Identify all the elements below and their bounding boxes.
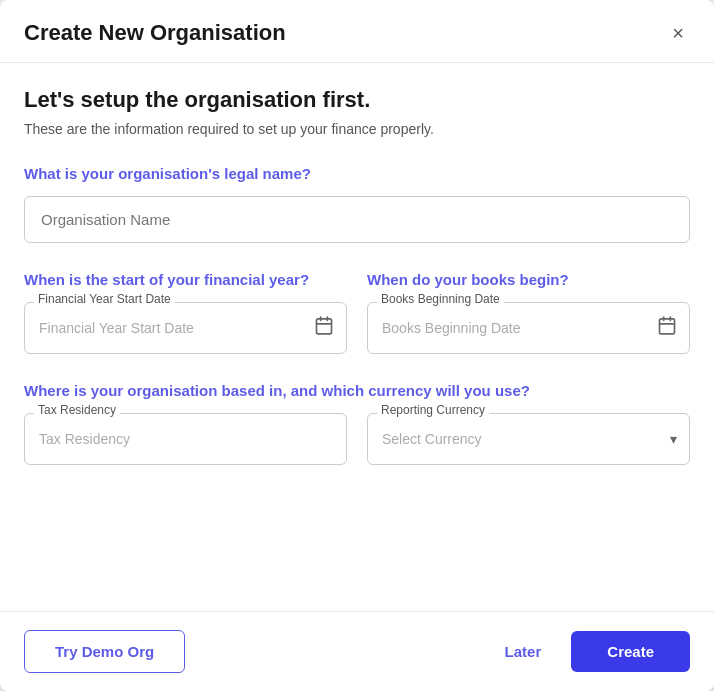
chevron-down-icon: ▾ xyxy=(670,431,677,447)
svg-rect-0 xyxy=(317,319,332,334)
tax-residency-placeholder: Tax Residency xyxy=(39,431,130,447)
tax-residency-label: Tax Residency xyxy=(34,403,120,417)
close-button[interactable]: × xyxy=(666,21,690,45)
later-button[interactable]: Later xyxy=(485,631,562,672)
legal-name-question: What is your organisation's legal name? xyxy=(24,165,690,182)
financial-year-input[interactable]: Financial Year Start Date xyxy=(24,302,347,354)
svg-rect-4 xyxy=(660,319,675,334)
tax-residency-field-group: Tax Residency Tax Residency xyxy=(24,413,347,465)
try-demo-button[interactable]: Try Demo Org xyxy=(24,630,185,673)
create-button[interactable]: Create xyxy=(571,631,690,672)
modal-footer: Try Demo Org Later Create xyxy=(0,611,714,691)
tax-residency-input[interactable]: Tax Residency xyxy=(24,413,347,465)
setup-heading: Let's setup the organisation first. xyxy=(24,87,690,113)
books-beginning-field-group: Books Beginning Date Books Beginning Dat… xyxy=(367,302,690,354)
modal-title: Create New Organisation xyxy=(24,20,286,46)
financial-year-section: When is the start of your financial year… xyxy=(24,271,347,354)
reporting-currency-placeholder: Select Currency xyxy=(382,431,482,447)
location-question: Where is your organisation based in, and… xyxy=(24,382,690,399)
footer-right-actions: Later Create xyxy=(485,631,690,672)
financial-year-placeholder: Financial Year Start Date xyxy=(39,320,194,336)
financial-year-field-group: Financial Year Start Date Financial Year… xyxy=(24,302,347,354)
modal-body: Let's setup the organisation first. Thes… xyxy=(0,63,714,579)
location-currency-row: Tax Residency Tax Residency Reporting Cu… xyxy=(24,413,690,465)
reporting-currency-field-group: Reporting Currency Select Currency ▾ xyxy=(367,413,690,465)
books-begin-section: When do your books begin? Books Beginnin… xyxy=(367,271,690,354)
reporting-currency-select[interactable]: Select Currency ▾ xyxy=(367,413,690,465)
modal-dialog: Create New Organisation × Let's setup th… xyxy=(0,0,714,691)
date-fields-row: When is the start of your financial year… xyxy=(24,271,690,354)
org-name-input[interactable] xyxy=(24,196,690,243)
books-begin-question: When do your books begin? xyxy=(367,271,690,288)
calendar-icon xyxy=(314,316,334,341)
books-beginning-placeholder: Books Beginning Date xyxy=(382,320,521,336)
books-beginning-input[interactable]: Books Beginning Date xyxy=(367,302,690,354)
reporting-currency-label: Reporting Currency xyxy=(377,403,489,417)
setup-description: These are the information required to se… xyxy=(24,121,690,137)
calendar-icon-2 xyxy=(657,316,677,341)
modal-header: Create New Organisation × xyxy=(0,0,714,63)
financial-year-question: When is the start of your financial year… xyxy=(24,271,347,288)
financial-year-label: Financial Year Start Date xyxy=(34,292,175,306)
books-beginning-label: Books Beginning Date xyxy=(377,292,504,306)
